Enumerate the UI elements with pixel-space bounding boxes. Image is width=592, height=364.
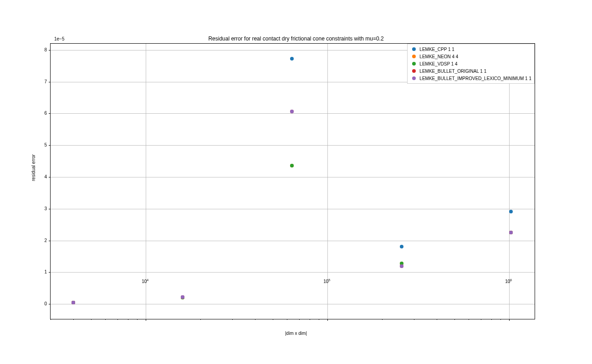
y-tick-label: 2 [44, 238, 47, 243]
y-tick [49, 241, 51, 241]
data-point [400, 245, 403, 248]
legend-marker-icon [412, 62, 416, 66]
y-axis-exponent: 1e−5 [54, 36, 65, 41]
data-point [71, 301, 75, 304]
x-minor-tick [137, 319, 138, 320]
y-tick-label: 4 [44, 174, 47, 179]
grid-line-h [51, 209, 535, 209]
y-tick [49, 50, 51, 51]
x-minor-tick [128, 319, 128, 320]
x-minor-tick [91, 319, 92, 320]
x-minor-tick [299, 319, 300, 320]
x-minor-tick [273, 319, 273, 320]
y-tick [49, 177, 51, 177]
legend: LEMKE_CPP 1 1LEMKE_NEON 4 4LEMKE_VDSP 1 … [407, 44, 535, 84]
x-tick-label: 105 [323, 278, 330, 284]
y-tick-label: 6 [44, 111, 47, 116]
x-minor-tick [310, 319, 310, 320]
data-point [400, 264, 403, 268]
x-minor-tick [105, 319, 106, 320]
x-minor-tick [73, 319, 74, 320]
grid-line-h [51, 177, 535, 177]
x-minor-tick [319, 319, 319, 320]
y-axis-label: residual error [31, 154, 36, 181]
y-tick-label: 8 [44, 47, 47, 52]
x-tick [327, 319, 328, 321]
x-minor-tick [287, 319, 287, 320]
x-minor-tick [117, 319, 118, 320]
y-tick-label: 0 [44, 301, 47, 306]
grid-line-h [51, 241, 535, 241]
legend-item: LEMKE_CPP 1 1 [409, 46, 531, 53]
legend-marker-icon [412, 69, 416, 73]
x-minor-tick [51, 319, 51, 320]
plot-area [50, 43, 535, 319]
legend-label: LEMKE_BULLET_ORIGINAL 1 1 [419, 69, 486, 74]
grid-line-h [51, 304, 535, 304]
grid-line-h [51, 113, 535, 114]
y-tick-label: 1 [44, 269, 47, 274]
y-tick [49, 304, 51, 304]
legend-item: LEMKE_VDSP 1 4 [409, 60, 531, 67]
x-minor-tick [481, 319, 481, 320]
grid-line-v [327, 44, 328, 319]
data-point [509, 210, 513, 213]
data-point [509, 231, 513, 234]
legend-label: LEMKE_BULLET_IMPROVED_LEXICO_MINIMUM 1 1 [419, 76, 531, 81]
grid-line-v [146, 44, 146, 319]
x-minor-tick [500, 319, 501, 320]
y-tick [49, 82, 51, 82]
y-tick [49, 272, 51, 273]
legend-marker-icon [412, 47, 416, 51]
legend-label: LEMKE_CPP 1 1 [419, 47, 454, 52]
y-tick [49, 113, 51, 114]
y-tick-label: 5 [44, 142, 47, 147]
x-minor-tick [469, 319, 469, 320]
y-tick [49, 209, 51, 209]
x-tick-label: 104 [142, 278, 148, 284]
x-minor-tick [414, 319, 414, 320]
legend-item: LEMKE_NEON 4 4 [409, 53, 531, 60]
x-tick [146, 319, 146, 321]
grid-line-h [51, 272, 535, 273]
legend-marker-icon [412, 76, 416, 80]
x-minor-tick [255, 319, 255, 320]
x-minor-tick [200, 319, 201, 320]
y-tick-label: 3 [44, 206, 47, 211]
legend-label: LEMKE_VDSP 1 4 [419, 61, 457, 66]
x-axis-label: |dim x dim| [285, 331, 307, 336]
chart-title: Residual error for real contact dry fric… [208, 35, 383, 42]
x-minor-tick [491, 319, 492, 320]
x-minor-tick [437, 319, 437, 320]
legend-label: LEMKE_NEON 4 4 [419, 54, 458, 59]
y-tick-label: 7 [44, 79, 47, 84]
data-point [181, 295, 184, 299]
x-minor-tick [454, 319, 455, 320]
legend-item: LEMKE_BULLET_ORIGINAL 1 1 [409, 67, 531, 75]
data-point [290, 110, 294, 113]
legend-item: LEMKE_BULLET_IMPROVED_LEXICO_MINIMUM 1 1 [409, 75, 531, 82]
x-minor-tick [232, 319, 233, 320]
data-point [290, 57, 294, 61]
data-point [290, 164, 294, 167]
x-minor-tick [382, 319, 383, 320]
y-tick [49, 145, 51, 146]
grid-line-h [51, 145, 535, 146]
legend-marker-icon [412, 55, 416, 58]
x-tick-label: 106 [505, 278, 512, 284]
x-tick [509, 319, 510, 321]
grid-line-v [509, 44, 510, 319]
